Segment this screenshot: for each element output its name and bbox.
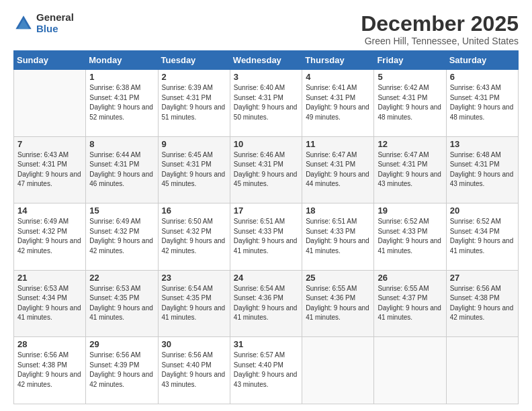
calendar-cell: 31Sunrise: 6:57 AMSunset: 4:40 PMDayligh… xyxy=(230,337,302,404)
day-number: 9 xyxy=(162,139,226,149)
main-title: December 2025 xyxy=(361,12,519,36)
sunrise: Sunrise: 6:57 AM xyxy=(234,351,285,359)
header-thursday: Thursday xyxy=(302,51,374,70)
title-block: December 2025 Green Hill, Tennessee, Uni… xyxy=(361,12,519,46)
calendar-week-row: 14Sunrise: 6:49 AMSunset: 4:32 PMDayligh… xyxy=(14,203,519,271)
day-number: 19 xyxy=(378,205,442,216)
calendar-cell: 1Sunrise: 6:38 AMSunset: 4:31 PMDaylight… xyxy=(86,70,158,137)
sunset: Sunset: 4:31 PM xyxy=(306,161,355,168)
sunset: Sunset: 4:38 PM xyxy=(17,361,67,369)
daylight: Daylight: 9 hours and 41 minutes. xyxy=(89,304,153,322)
sunrise: Sunrise: 6:51 AM xyxy=(234,218,285,225)
sunset: Sunset: 4:31 PM xyxy=(17,161,67,168)
calendar-cell xyxy=(302,337,374,404)
sunrise: Sunrise: 6:49 AM xyxy=(17,218,69,225)
calendar-week-row: 21Sunrise: 6:53 AMSunset: 4:34 PMDayligh… xyxy=(14,270,519,337)
sunset: Sunset: 4:34 PM xyxy=(17,294,67,302)
daylight: Daylight: 9 hours and 41 minutes. xyxy=(17,304,81,322)
sunrise: Sunrise: 6:56 AM xyxy=(162,351,213,359)
day-number: 18 xyxy=(306,205,370,216)
sunrise: Sunrise: 6:48 AM xyxy=(450,151,501,158)
sunrise: Sunrise: 6:52 AM xyxy=(378,218,429,225)
daylight: Daylight: 9 hours and 41 minutes. xyxy=(378,304,441,322)
sunset: Sunset: 4:31 PM xyxy=(89,161,139,168)
calendar-cell xyxy=(14,70,86,137)
calendar-cell: 17Sunrise: 6:51 AMSunset: 4:33 PMDayligh… xyxy=(230,203,302,271)
day-info: Sunrise: 6:39 AMSunset: 4:31 PMDaylight:… xyxy=(162,83,226,122)
day-number: 4 xyxy=(306,72,370,82)
sunset: Sunset: 4:34 PM xyxy=(450,228,500,235)
day-info: Sunrise: 6:38 AMSunset: 4:31 PMDaylight:… xyxy=(89,83,154,122)
daylight: Daylight: 9 hours and 43 minutes. xyxy=(450,171,514,188)
day-number: 29 xyxy=(89,339,154,349)
sunset: Sunset: 4:39 PM xyxy=(89,361,139,369)
calendar-cell: 16Sunrise: 6:50 AMSunset: 4:32 PMDayligh… xyxy=(158,203,230,271)
calendar-cell: 28Sunrise: 6:56 AMSunset: 4:38 PMDayligh… xyxy=(14,337,86,404)
sunrise: Sunrise: 6:47 AM xyxy=(378,151,429,158)
calendar-cell: 27Sunrise: 6:56 AMSunset: 4:38 PMDayligh… xyxy=(446,270,518,337)
day-info: Sunrise: 6:56 AMSunset: 4:38 PMDaylight:… xyxy=(450,284,515,323)
sunrise: Sunrise: 6:43 AM xyxy=(450,84,501,91)
daylight: Daylight: 9 hours and 44 minutes. xyxy=(306,171,369,188)
header-tuesday: Tuesday xyxy=(158,51,230,70)
sunrise: Sunrise: 6:53 AM xyxy=(17,285,69,292)
day-number: 14 xyxy=(17,205,82,216)
sunset: Sunset: 4:31 PM xyxy=(450,94,500,101)
calendar-cell: 12Sunrise: 6:47 AMSunset: 4:31 PMDayligh… xyxy=(374,136,446,203)
calendar-cell: 2Sunrise: 6:39 AMSunset: 4:31 PMDaylight… xyxy=(158,70,230,137)
sunrise: Sunrise: 6:46 AM xyxy=(234,151,285,158)
calendar-week-row: 28Sunrise: 6:56 AMSunset: 4:38 PMDayligh… xyxy=(14,337,519,404)
day-number: 26 xyxy=(378,273,442,283)
sunrise: Sunrise: 6:51 AM xyxy=(306,218,357,225)
calendar-cell: 29Sunrise: 6:56 AMSunset: 4:39 PMDayligh… xyxy=(86,337,158,404)
sunset: Sunset: 4:31 PM xyxy=(234,161,283,168)
calendar-cell: 21Sunrise: 6:53 AMSunset: 4:34 PMDayligh… xyxy=(14,270,86,337)
calendar-cell: 10Sunrise: 6:46 AMSunset: 4:31 PMDayligh… xyxy=(230,136,302,203)
daylight: Daylight: 9 hours and 41 minutes. xyxy=(378,237,441,255)
day-number: 21 xyxy=(17,273,82,283)
calendar-cell: 8Sunrise: 6:44 AMSunset: 4:31 PMDaylight… xyxy=(86,136,158,203)
sunrise: Sunrise: 6:54 AM xyxy=(162,285,213,292)
sunset: Sunset: 4:31 PM xyxy=(89,94,139,101)
day-info: Sunrise: 6:54 AMSunset: 4:35 PMDaylight:… xyxy=(162,284,226,323)
day-number: 22 xyxy=(89,273,154,283)
day-number: 2 xyxy=(162,72,226,82)
day-number: 16 xyxy=(162,205,226,216)
sunset: Sunset: 4:33 PM xyxy=(306,228,355,235)
sunset: Sunset: 4:31 PM xyxy=(162,94,212,101)
sunrise: Sunrise: 6:56 AM xyxy=(89,351,140,359)
day-number: 23 xyxy=(162,273,226,283)
calendar-header-row: SundayMondayTuesdayWednesdayThursdayFrid… xyxy=(14,51,519,70)
sunrise: Sunrise: 6:44 AM xyxy=(89,151,140,158)
calendar-cell: 5Sunrise: 6:42 AMSunset: 4:31 PMDaylight… xyxy=(374,70,446,137)
daylight: Daylight: 9 hours and 43 minutes. xyxy=(378,171,441,188)
sunrise: Sunrise: 6:43 AM xyxy=(17,151,69,158)
header: General Blue December 2025 Green Hill, T… xyxy=(13,12,519,46)
day-number: 6 xyxy=(450,72,515,82)
day-number: 24 xyxy=(234,273,298,283)
logo-icon xyxy=(13,13,34,34)
calendar-cell: 15Sunrise: 6:49 AMSunset: 4:32 PMDayligh… xyxy=(86,203,158,271)
day-number: 3 xyxy=(234,72,298,82)
day-info: Sunrise: 6:40 AMSunset: 4:31 PMDaylight:… xyxy=(234,83,298,122)
sunrise: Sunrise: 6:56 AM xyxy=(17,351,69,359)
calendar-cell: 23Sunrise: 6:54 AMSunset: 4:35 PMDayligh… xyxy=(158,270,230,337)
day-info: Sunrise: 6:56 AMSunset: 4:38 PMDaylight:… xyxy=(17,351,82,390)
day-info: Sunrise: 6:56 AMSunset: 4:40 PMDaylight:… xyxy=(162,351,226,390)
calendar-cell: 30Sunrise: 6:56 AMSunset: 4:40 PMDayligh… xyxy=(158,337,230,404)
day-info: Sunrise: 6:55 AMSunset: 4:37 PMDaylight:… xyxy=(378,284,442,323)
daylight: Daylight: 9 hours and 42 minutes. xyxy=(17,371,81,388)
logo-general: General xyxy=(36,12,74,24)
daylight: Daylight: 9 hours and 45 minutes. xyxy=(162,171,226,188)
logo-text: General Blue xyxy=(36,12,74,34)
header-monday: Monday xyxy=(86,51,158,70)
calendar-cell: 11Sunrise: 6:47 AMSunset: 4:31 PMDayligh… xyxy=(302,136,374,203)
day-number: 20 xyxy=(450,205,515,216)
calendar-week-row: 1Sunrise: 6:38 AMSunset: 4:31 PMDaylight… xyxy=(14,70,519,137)
daylight: Daylight: 9 hours and 43 minutes. xyxy=(234,371,298,388)
page: General Blue December 2025 Green Hill, T… xyxy=(0,0,532,411)
day-number: 31 xyxy=(234,339,298,349)
daylight: Daylight: 9 hours and 47 minutes. xyxy=(17,171,81,188)
sunset: Sunset: 4:32 PM xyxy=(89,228,139,235)
logo-blue: Blue xyxy=(36,24,74,35)
